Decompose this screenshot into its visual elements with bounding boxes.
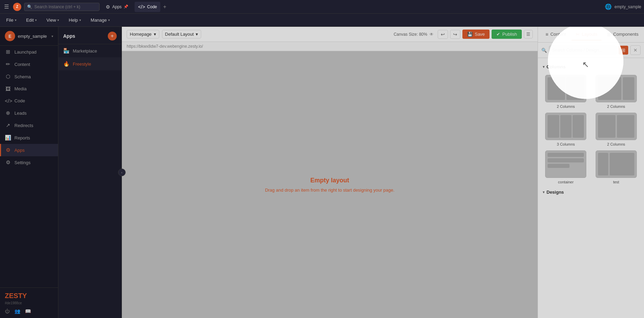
- avatar: E: [5, 31, 15, 41]
- hamburger-menu-button[interactable]: ☰: [3, 2, 10, 11]
- right-panel-search: 🔍 ⊞ ✕: [538, 43, 644, 58]
- tab-code[interactable]: </> Code: [135, 2, 160, 12]
- layout-label-test: test: [613, 180, 619, 184]
- sidebar-item-reports[interactable]: 📊 Reports: [0, 132, 58, 144]
- grid-view-button[interactable]: ⊞: [619, 46, 628, 55]
- docs-icon[interactable]: 📖: [25, 308, 31, 314]
- apps-panel-freestyle[interactable]: 🔥 Freestyle: [58, 57, 122, 70]
- canvas-size-label: Canvas Size: 80% 👁: [394, 32, 434, 37]
- bottom-icons: ⏻ 👥 📖: [5, 308, 53, 314]
- url-bar: https://bkwx8dw7-dev.webengine.zesty.io/: [122, 42, 538, 51]
- apps-tab-icon: ⚙: [106, 4, 110, 10]
- layout-label-2col-b: 2 Columns: [607, 104, 625, 109]
- right-panel: ↖ ≡ Content ✂ Layouts ⊞ Components 🔍 ⊞ ✕: [538, 27, 644, 318]
- layout-label-3col: 3 Columns: [557, 142, 575, 146]
- launchpad-icon: ⊞: [5, 49, 11, 55]
- top-bar-left: ☰ Z 🔍 ⚙ Apps 📌 </> Code +: [3, 2, 602, 12]
- layout-label-container: container: [558, 180, 574, 184]
- power-icon[interactable]: ⏻: [5, 308, 10, 314]
- designs-chevron-icon: ▾: [543, 190, 544, 194]
- undo-button[interactable]: ↩: [438, 30, 448, 39]
- sidebar-item-leads[interactable]: ⊕ Leads: [0, 107, 58, 119]
- search-input[interactable]: [34, 4, 96, 9]
- sidebar-item-code[interactable]: </> Code: [0, 95, 58, 107]
- pin-icon: 📌: [124, 4, 128, 9]
- menu-help[interactable]: Help ▾: [67, 16, 83, 24]
- layout-label-2col-a: 2 Columns: [557, 104, 575, 109]
- layout-card-2col-c[interactable]: 2 Columns: [593, 113, 640, 146]
- file-menu-arrow: ▾: [15, 18, 16, 22]
- page-selector[interactable]: Homepage ▾: [127, 30, 159, 38]
- apps-panel: Apps + 🏪 Marketplace 🔥 Freestyle ‹: [58, 27, 122, 318]
- layout-search-input[interactable]: [549, 46, 617, 55]
- empty-layout-message: Empty layout Drag and drop an item from …: [265, 177, 394, 193]
- menu-edit[interactable]: Edit ▾: [24, 16, 39, 24]
- columns-section-header[interactable]: ▾ Columns: [541, 61, 641, 72]
- sidebar-item-redirects[interactable]: ↗ Redirects: [0, 119, 58, 132]
- publish-button[interactable]: ✔ Publish: [492, 30, 522, 39]
- schema-icon: ⬡: [5, 73, 11, 80]
- canvas-toolbar-left: Homepage ▾ Default Layout ▾ Canvas Size:…: [127, 30, 434, 38]
- apps-panel-marketplace[interactable]: 🏪 Marketplace: [58, 44, 122, 57]
- menu-manage[interactable]: Manage ▾: [89, 16, 112, 24]
- layout-thumb-2col-c: [596, 113, 637, 140]
- account-label: empty_sample: [614, 4, 641, 9]
- layout-grid: 2 Columns 2 Columns: [541, 72, 641, 187]
- apps-icon: ⚙: [5, 147, 11, 153]
- designs-section-header[interactable]: ▾ Designs: [541, 187, 641, 197]
- zesty-brand: ZESTY: [5, 292, 53, 300]
- instance-dropdown-arrow[interactable]: ▾: [51, 34, 53, 38]
- zesty-logo-icon: Z: [13, 3, 21, 11]
- layout-card-container[interactable]: container: [543, 150, 589, 184]
- clear-search-button[interactable]: ✕: [630, 45, 641, 55]
- code-icon: </>: [5, 98, 11, 104]
- right-tab-content[interactable]: ≡ Content: [541, 29, 570, 41]
- save-button[interactable]: 💾 Save: [462, 30, 490, 39]
- right-panel-content: ▾ Columns 2 Columns: [538, 58, 644, 318]
- tab-apps[interactable]: ⚙ Apps 📌: [102, 2, 132, 12]
- sidebar-item-content[interactable]: ✏ Content: [0, 58, 58, 70]
- menu-bar: File ▾ Edit ▾ View ▾ Help ▾ Manage ▾: [0, 14, 644, 27]
- globe-icon[interactable]: 🌐: [605, 3, 612, 10]
- apps-panel-header: Apps +: [58, 27, 122, 44]
- sidebar-item-media[interactable]: 🖼 Media: [0, 83, 58, 95]
- sidebar-item-launchpad[interactable]: ⊞ Launchpad: [0, 46, 58, 58]
- content-tab-icon: ≡: [545, 32, 548, 37]
- help-menu-arrow: ▾: [79, 18, 81, 22]
- sidebar-item-schema[interactable]: ⬡ Schema: [0, 70, 58, 83]
- layout-card-test[interactable]: test: [593, 150, 640, 184]
- manage-menu-arrow: ▾: [108, 18, 110, 22]
- layout-selector[interactable]: Default Layout ▾: [162, 30, 202, 38]
- layout-card-3col[interactable]: 3 Columns: [543, 113, 589, 146]
- sidebar-item-apps[interactable]: ⚙ Apps: [0, 144, 58, 156]
- layout-thumb-2col-b: [596, 75, 637, 102]
- sidebar-narrow: E empty_sample ▾ ⊞ Launchpad ✏ Content ⬡…: [0, 27, 58, 318]
- right-tab-layouts[interactable]: ✂ Layouts: [572, 29, 602, 41]
- menu-view[interactable]: View ▾: [44, 16, 61, 24]
- collapse-panel-button[interactable]: ‹: [118, 169, 126, 176]
- users-icon[interactable]: 👥: [14, 308, 20, 314]
- more-options-button[interactable]: ☰: [524, 30, 533, 38]
- right-tab-components[interactable]: ⊞ Components: [603, 29, 643, 41]
- search-box[interactable]: 🔍: [24, 3, 100, 11]
- sidebar-bottom: ZESTY #de1988ce ⏻ 👥 📖: [0, 287, 58, 318]
- layout-selector-arrow: ▾: [196, 32, 198, 37]
- empty-layout-subtitle: Drag and drop an item from the right to …: [265, 188, 394, 193]
- sidebar-item-settings[interactable]: ⚙ Settings: [0, 156, 58, 169]
- edit-menu-arrow: ▾: [35, 18, 37, 22]
- eye-icon[interactable]: 👁: [429, 32, 434, 37]
- page-selector-arrow: ▾: [154, 32, 156, 37]
- layout-card-2col-a[interactable]: 2 Columns: [543, 75, 589, 109]
- layout-card-2col-b[interactable]: 2 Columns: [593, 75, 640, 109]
- layout-thumb-test: [596, 150, 637, 178]
- redo-button[interactable]: ↪: [450, 30, 460, 39]
- menu-file[interactable]: File ▾: [4, 16, 19, 24]
- main-layout: E empty_sample ▾ ⊞ Launchpad ✏ Content ⬡…: [0, 27, 644, 318]
- layout-thumb-2col-a: [545, 75, 586, 102]
- apps-add-button[interactable]: +: [108, 32, 117, 41]
- commit-hash: #de1988ce: [5, 301, 53, 305]
- top-bar-right: 🌐 empty_sample: [605, 3, 641, 10]
- reports-icon: 📊: [5, 135, 11, 141]
- add-tab-icon[interactable]: +: [163, 4, 166, 10]
- columns-chevron-icon: ▾: [543, 65, 544, 69]
